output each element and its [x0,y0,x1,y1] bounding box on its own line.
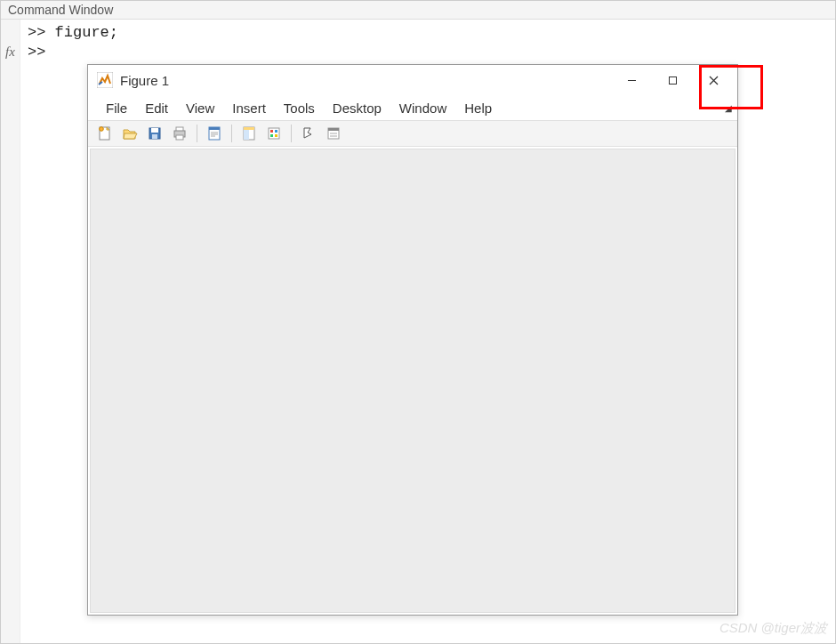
menu-file[interactable]: File [97,99,136,117]
svg-rect-22 [269,128,279,139]
figure-toolbar [88,120,737,147]
watermark: CSDN @tiger波波 [719,620,827,637]
svg-rect-9 [151,128,158,133]
close-button[interactable] [693,67,734,93]
menu-desktop[interactable]: Desktop [324,99,390,117]
svg-rect-24 [275,130,277,133]
figure-menubar: File Edit View Insert Tools Desktop Wind… [88,95,737,120]
open-button[interactable] [118,123,141,144]
svg-rect-21 [244,130,249,140]
menu-overflow-icon[interactable]: ◢ [725,103,732,113]
svg-rect-23 [270,130,273,133]
command-line: >> figure; [28,23,118,43]
command-prompt[interactable]: >> [28,43,118,62]
legend-button[interactable] [322,123,345,144]
new-figure-button[interactable] [93,123,117,144]
svg-rect-2 [669,76,676,84]
matlab-icon [97,72,113,88]
svg-rect-13 [176,135,183,140]
toolbar-separator [231,125,232,142]
svg-rect-20 [244,127,254,130]
data-cursor-button[interactable] [237,123,261,144]
svg-rect-28 [328,128,339,131]
menu-window[interactable]: Window [390,99,455,117]
save-button[interactable] [143,123,166,144]
svg-rect-25 [270,134,273,137]
svg-point-7 [100,127,104,132]
menu-tools[interactable]: Tools [275,99,324,117]
command-window-title: Command Window [1,1,835,20]
menu-edit[interactable]: Edit [136,99,177,117]
print-button[interactable] [168,123,191,144]
svg-rect-26 [275,134,277,137]
maximize-button[interactable] [652,67,693,93]
figure-canvas[interactable] [90,149,736,613]
menu-help[interactable]: Help [455,99,501,117]
menu-view[interactable]: View [177,99,223,117]
toolbar-separator [291,125,292,142]
minimize-button[interactable] [611,67,652,93]
colorbar-button[interactable] [262,123,285,144]
fx-icon: fx [5,44,15,60]
print-preview-button[interactable] [203,123,226,144]
edit-plot-button[interactable] [297,123,320,144]
figure-title: Figure 1 [120,73,611,88]
svg-rect-10 [152,134,157,139]
svg-rect-15 [209,127,220,130]
menu-insert[interactable]: Insert [223,99,275,117]
figure-window: Figure 1 File Edit View Insert Tools Des… [87,64,738,616]
command-window-gutter: fx [1,20,20,643]
toolbar-separator [197,125,197,142]
figure-titlebar[interactable]: Figure 1 [88,65,737,95]
